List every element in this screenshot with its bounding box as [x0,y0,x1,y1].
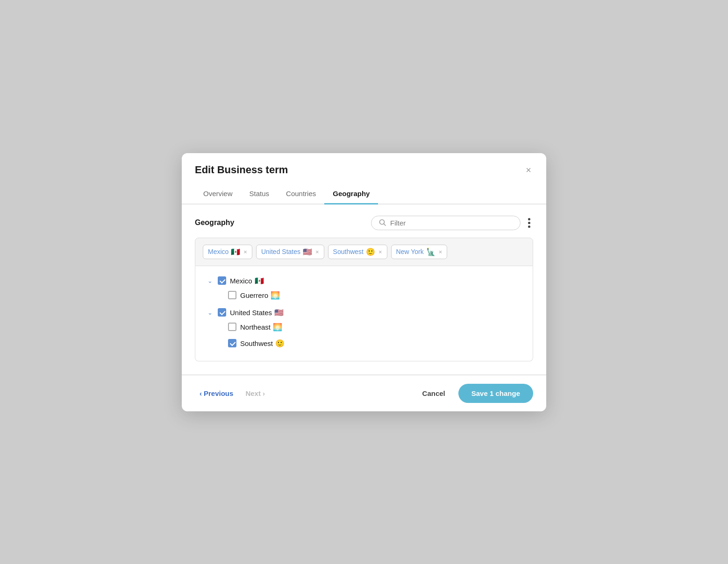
tree-label-guerrero: Guerrero 🌅 [240,291,280,300]
tree-emoji-northeast: 🌅 [273,323,282,331]
footer-actions: Cancel Save 1 change [415,384,533,403]
dot3 [528,226,530,228]
tag-united-states-emoji: 🇺🇸 [303,247,312,256]
tree-label-southwest-text: Southwest [240,339,273,347]
more-options-button[interactable] [525,216,533,230]
tag-mexico-emoji: 🇲🇽 [231,247,240,256]
modal-header: Edit Business term × [182,153,546,176]
tree-area: ⌄ Mexico 🇲🇽 Guerrero 🌅 [195,266,533,361]
tab-geography[interactable]: Geography [324,185,378,204]
cancel-button[interactable]: Cancel [415,385,453,402]
edit-business-term-modal: Edit Business term × Overview Status Cou… [182,153,546,411]
section-label: Geography [195,219,234,227]
tree-row-southwest: Southwest 🙂 [227,336,523,351]
chevron-united-states[interactable]: ⌄ [206,308,214,317]
tag-mexico: Mexico 🇲🇽 × [203,245,252,259]
footer-nav: ‹ Previous Next › [195,386,270,401]
previous-chevron-icon: ‹ [200,389,202,397]
tag-southwest-remove[interactable]: × [378,249,382,255]
checkbox-mexico[interactable] [218,276,226,285]
tab-overview[interactable]: Overview [195,185,241,204]
tag-united-states-remove[interactable]: × [314,249,319,255]
dot2 [528,222,530,224]
filter-input-wrap [371,216,521,230]
tree-row-united-states: ⌄ United States 🇺🇸 [205,305,523,320]
tag-mexico-label: Mexico [208,248,228,255]
next-label: Next [245,389,261,397]
selected-tags-container: Mexico 🇲🇽 × United States 🇺🇸 × Southwest… [195,238,533,266]
tree-label-guerrero-text: Guerrero [240,291,268,299]
filter-area [371,216,533,230]
tree-row-northeast: Northeast 🌅 [227,320,523,334]
checkbox-northeast[interactable] [228,323,236,331]
checkbox-southwest[interactable] [228,339,236,347]
modal-body: Geography Mexico 🇲 [182,204,546,369]
tag-united-states: United States 🇺🇸 × [256,245,324,259]
tree-row-guerrero: Guerrero 🌅 [227,288,523,303]
tab-status[interactable]: Status [241,185,278,204]
previous-label: Previous [204,389,233,397]
modal-title: Edit Business term [195,164,288,176]
tree-label-mexico: Mexico 🇲🇽 [230,276,264,285]
tree-label-northeast: Northeast 🌅 [240,323,282,331]
tree-children-united-states: Northeast 🌅 Southwest 🙂 [227,320,523,351]
previous-button[interactable]: ‹ Previous [195,386,238,401]
tag-united-states-label: United States [261,248,300,255]
tree-emoji-guerrero: 🌅 [271,291,280,300]
chevron-mexico[interactable]: ⌄ [206,276,214,285]
section-header: Geography [195,216,533,230]
tag-new-york: New York 🗽 × [391,245,448,259]
tag-new-york-label: New York [396,248,424,255]
tag-new-york-remove[interactable]: × [438,249,443,255]
tree-children-mexico: Guerrero 🌅 [227,288,523,303]
tree-emoji-united-states: 🇺🇸 [274,308,284,317]
tag-southwest-emoji: 🙂 [366,247,375,256]
tag-southwest-label: Southwest [333,248,364,255]
next-button[interactable]: Next › [241,386,270,401]
tree-label-united-states-text: United States [230,309,272,317]
tag-mexico-remove[interactable]: × [243,249,247,255]
tree-row-mexico: ⌄ Mexico 🇲🇽 [205,274,523,288]
modal-footer: ‹ Previous Next › Cancel Save 1 change [182,374,546,411]
tree-node-mexico: ⌄ Mexico 🇲🇽 Guerrero 🌅 [205,274,523,303]
tree-emoji-southwest: 🙂 [275,339,285,348]
next-chevron-icon: › [263,389,265,397]
save-button[interactable]: Save 1 change [458,384,533,403]
dot1 [528,218,530,220]
filter-input[interactable] [390,219,513,227]
tag-southwest: Southwest 🙂 × [328,245,387,259]
close-button[interactable]: × [524,163,533,176]
tree-node-united-states: ⌄ United States 🇺🇸 Northeast 🌅 [205,305,523,351]
tree-label-united-states: United States 🇺🇸 [230,308,284,317]
tab-countries[interactable]: Countries [278,185,324,204]
checkbox-guerrero[interactable] [228,291,236,299]
tree-label-southwest: Southwest 🙂 [240,339,285,348]
search-icon [379,219,386,226]
tree-emoji-mexico: 🇲🇽 [255,276,264,285]
checkbox-united-states[interactable] [218,308,226,317]
svg-line-1 [384,224,386,226]
tree-label-northeast-text: Northeast [240,323,271,331]
tree-label-mexico-text: Mexico [230,277,252,285]
tag-new-york-emoji: 🗽 [426,247,435,256]
tab-bar: Overview Status Countries Geography [182,185,546,204]
